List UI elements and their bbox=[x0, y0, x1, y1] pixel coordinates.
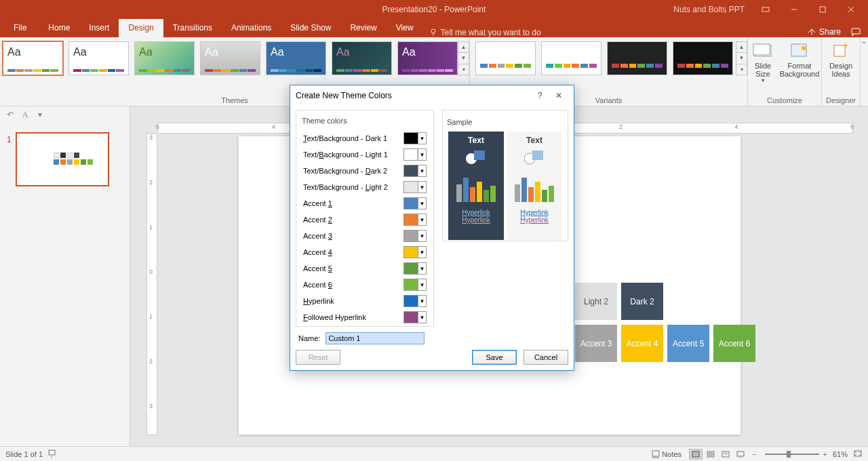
name-input[interactable] bbox=[326, 332, 425, 344]
tab-insert[interactable]: Insert bbox=[79, 19, 119, 37]
variant-item-0[interactable] bbox=[475, 41, 536, 75]
color-picker[interactable]: ▼ bbox=[403, 214, 427, 226]
svg-rect-23 bbox=[707, 455, 710, 457]
normal-view-icon[interactable] bbox=[689, 449, 703, 460]
svg-rect-24 bbox=[711, 455, 714, 457]
qat-font-icon[interactable]: A bbox=[19, 108, 31, 121]
qat-undo-icon[interactable]: ↶ bbox=[4, 108, 16, 121]
notes-button[interactable]: Notes bbox=[652, 450, 682, 458]
tab-slideshow[interactable]: Slide Show bbox=[281, 19, 340, 37]
theme-item-4[interactable]: Aa bbox=[266, 41, 326, 75]
color-picker[interactable]: ▼ bbox=[403, 132, 427, 144]
slide-thumbnail[interactable] bbox=[16, 132, 109, 186]
color-row-1: Text/Background - Light 1▼ bbox=[303, 146, 427, 163]
fit-to-window-icon[interactable] bbox=[853, 449, 863, 459]
share-button[interactable]: Share bbox=[807, 27, 841, 37]
color-label: Accent 2 bbox=[303, 216, 332, 224]
tab-file[interactable]: File bbox=[4, 19, 39, 37]
sample-legend: Sample bbox=[446, 118, 473, 126]
tab-design[interactable]: Design bbox=[119, 19, 163, 37]
color-picker[interactable]: ▼ bbox=[403, 181, 427, 193]
svg-rect-16 bbox=[532, 151, 543, 160]
zoom-slider[interactable] bbox=[765, 454, 819, 455]
color-label: Followed Hyperlink bbox=[303, 313, 366, 321]
design-ideas-button[interactable]: Design Ideas bbox=[822, 37, 860, 106]
sorter-view-icon[interactable] bbox=[704, 449, 717, 460]
qat-dropdown-icon[interactable]: ▾ bbox=[34, 108, 46, 121]
color-label: Accent 3 bbox=[303, 232, 332, 240]
color-picker[interactable]: ▼ bbox=[403, 311, 427, 323]
color-row-10: Hyperlink▼ bbox=[303, 293, 427, 309]
minimize-icon[interactable] bbox=[780, 1, 808, 18]
color-label: Accent 5 bbox=[303, 264, 332, 273]
save-button[interactable]: Save bbox=[472, 350, 517, 365]
dialog-close-icon[interactable]: ✕ bbox=[549, 87, 568, 104]
dialog-help-icon[interactable]: ? bbox=[530, 87, 549, 104]
svg-rect-21 bbox=[707, 452, 710, 454]
theme-colors-legend: Theme colors bbox=[300, 117, 349, 125]
variant-item-1[interactable] bbox=[541, 41, 601, 75]
theme-item-1[interactable]: Aa bbox=[68, 41, 129, 75]
comments-icon[interactable] bbox=[850, 26, 861, 37]
theme-item-6[interactable]: Aa bbox=[397, 41, 458, 75]
format-background-button[interactable]: Format Background bbox=[778, 37, 821, 106]
slide-size-button[interactable]: Slide Size▾ bbox=[748, 37, 778, 106]
svg-rect-12 bbox=[834, 45, 845, 56]
theme-colors-dialog: Create New Theme Colors ? ✕ Theme colors… bbox=[290, 85, 574, 371]
svg-rect-10 bbox=[791, 44, 806, 56]
themes-scroll[interactable]: ▲▼▾ bbox=[458, 41, 469, 75]
maximize-icon[interactable] bbox=[808, 1, 837, 18]
color-label: Text/Background - Light 2 bbox=[303, 183, 388, 191]
svg-rect-18 bbox=[652, 451, 659, 456]
color-picker[interactable]: ▼ bbox=[403, 246, 427, 258]
svg-rect-14 bbox=[474, 151, 485, 160]
svg-rect-20 bbox=[692, 452, 699, 457]
color-row-5: Accent 2▼ bbox=[303, 212, 427, 228]
color-row-0: Text/Background - Dark 1▼ bbox=[303, 130, 427, 146]
color-picker[interactable]: ▼ bbox=[403, 197, 427, 209]
color-row-3: Text/Background - Light 2▼ bbox=[303, 179, 427, 195]
variant-item-3[interactable] bbox=[673, 41, 733, 75]
status-slide-info: Slide 1 of 1 bbox=[5, 450, 43, 458]
color-picker[interactable]: ▼ bbox=[403, 295, 427, 307]
variants-scroll[interactable]: ▲▼▾ bbox=[736, 41, 747, 75]
variant-item-2[interactable] bbox=[607, 41, 667, 75]
spellcheck-icon[interactable] bbox=[48, 449, 58, 459]
dialog-title: Create New Theme Colors bbox=[296, 91, 530, 100]
slideshow-view-icon[interactable] bbox=[734, 449, 747, 460]
tab-review[interactable]: Review bbox=[340, 19, 386, 37]
zoom-level[interactable]: 61% bbox=[833, 450, 848, 458]
theme-item-3[interactable]: Aa bbox=[200, 41, 260, 75]
group-customize-label: Customize bbox=[767, 96, 802, 104]
color-picker[interactable]: ▼ bbox=[403, 165, 427, 177]
svg-point-11 bbox=[802, 46, 806, 50]
color-picker[interactable]: ▼ bbox=[403, 279, 427, 291]
collapse-ribbon-icon[interactable]: ⌃ bbox=[861, 37, 868, 106]
color-picker[interactable]: ▼ bbox=[403, 230, 427, 242]
thumbnail-number: 1 bbox=[7, 132, 12, 144]
tab-animations[interactable]: Animations bbox=[222, 19, 281, 37]
theme-item-0[interactable]: Aa bbox=[3, 41, 63, 75]
reset-button[interactable]: Reset bbox=[296, 350, 340, 365]
group-themes-label: Themes bbox=[221, 96, 248, 104]
color-label: Hyperlink bbox=[303, 297, 334, 305]
swatch-accent4: Accent 4 bbox=[621, 325, 663, 362]
theme-item-5[interactable]: Aa bbox=[332, 41, 392, 75]
reading-view-icon[interactable] bbox=[719, 449, 732, 460]
tell-me[interactable]: Tell me what you want to do bbox=[429, 28, 541, 37]
ribbon-options-icon[interactable] bbox=[751, 1, 780, 18]
color-label: Text/Background - Light 1 bbox=[303, 151, 388, 159]
color-picker[interactable]: ▼ bbox=[403, 262, 427, 275]
cancel-button[interactable]: Cancel bbox=[524, 350, 568, 365]
close-icon[interactable] bbox=[837, 1, 865, 18]
tab-view[interactable]: View bbox=[387, 19, 423, 37]
theme-item-2[interactable]: Aa bbox=[134, 41, 195, 75]
color-row-8: Accent 5▼ bbox=[303, 260, 427, 277]
svg-rect-25 bbox=[722, 452, 729, 457]
zoom-out-icon[interactable]: − bbox=[752, 450, 756, 458]
svg-rect-0 bbox=[762, 7, 769, 12]
zoom-in-icon[interactable]: + bbox=[823, 450, 827, 458]
tab-transitions[interactable]: Transitions bbox=[163, 19, 222, 37]
tab-home[interactable]: Home bbox=[39, 19, 79, 37]
color-picker[interactable]: ▼ bbox=[403, 148, 427, 161]
